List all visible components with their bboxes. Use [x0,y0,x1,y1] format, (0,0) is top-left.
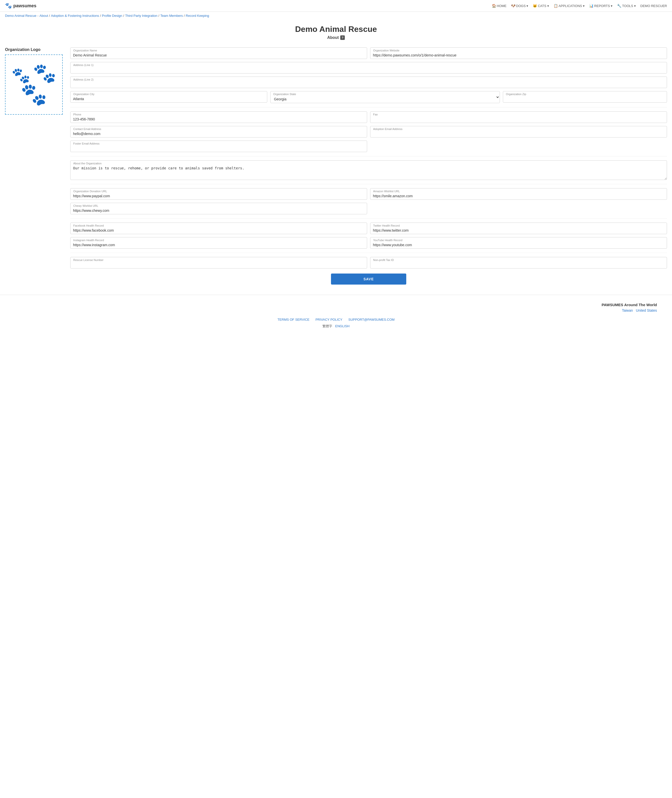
input-fax[interactable] [370,112,667,123]
field-org-website: Organization Website [370,48,667,59]
reports-icon: 📊 [589,4,594,8]
breadcrumb-demo-rescue[interactable]: Demo Animal Rescue [5,14,37,18]
applications-icon: 📋 [554,4,558,8]
field-address1: Address (Line 1) [70,62,667,74]
input-foster-email[interactable] [70,141,367,152]
nav-tools[interactable]: 🔧 TOOLS ▾ [617,4,635,8]
page-subtitle: About [327,35,339,40]
form-section: Organization Name Organization Website A… [70,48,667,289]
dog-icon: 🐶 [511,4,515,8]
field-license: Rescue License Number [70,257,367,269]
input-org-zip[interactable] [503,91,667,102]
breadcrumb-team[interactable]: Team Members [160,14,183,18]
page-header: Demo Animal Rescue About ? [0,19,672,42]
field-org-city: Organization City [70,91,267,103]
breadcrumb-about[interactable]: About [39,14,48,18]
page-title: Demo Animal Rescue [0,25,672,34]
footer-link-taiwan[interactable]: Taiwan [622,309,633,312]
breadcrumb-sep-1: / [49,14,50,18]
field-org-state: Organization State Georgia Alabama Flori… [270,91,500,103]
row-instagram-youtube: Instagram Health Record YouTube Health R… [70,237,667,249]
field-amazon-wishlist: Amazon Wishlist URL [370,188,667,200]
input-org-city[interactable] [70,91,267,102]
nav-applications-link[interactable]: APPLICATIONS ▾ [558,4,585,8]
footer-links: TERMS OF SERVICE PRIVACY POLICY SUPPORT@… [5,317,667,321]
input-phone[interactable] [70,112,367,123]
divider-1 [70,107,667,107]
nav-applications[interactable]: 📋 APPLICATIONS ▾ [554,4,585,8]
row-address1: Address (Line 1) [70,62,667,74]
nav-cats-link[interactable]: CATS ▾ [538,4,549,8]
brand[interactable]: 🐾 pawsumes [5,3,37,9]
breadcrumb-sep-4: / [158,14,159,18]
footer-support[interactable]: SUPPORT@PAWSUMES.COM [348,318,394,321]
row-phone-fax: Phone Fax [70,112,667,123]
nav-reports[interactable]: 📊 REPORTS ▾ [589,4,613,8]
help-icon[interactable]: ? [340,35,345,40]
nav-home[interactable]: 🏠 HOME [492,4,507,8]
row-fb-twitter: Facebook Health Record Twitter Health Re… [70,222,667,234]
breadcrumb-adoption[interactable]: Adoption & Fostering Instructions [51,14,99,18]
input-instagram[interactable] [70,237,367,249]
input-address1[interactable] [70,62,667,74]
footer-privacy[interactable]: PRIVACY POLICY [315,318,342,321]
field-contact-email: Contact Email Address [70,126,367,138]
input-taxid[interactable] [370,257,667,269]
footer-world-title: PAWSUMES Around The World [5,303,657,307]
row-org-name-website: Organization Name Organization Website [70,48,667,59]
nav-reports-link[interactable]: REPORTS ▾ [594,4,613,8]
logo-section: Organization Logo 🐾 🐾 🐾 [5,48,65,289]
input-chewy-wishlist[interactable] [70,203,367,214]
nav-user-link[interactable]: DEMO RESCUER [640,4,667,8]
row-about: About the Organization Our mission is to… [70,160,667,180]
divider-4 [70,218,667,219]
save-button[interactable]: SAVE [331,273,406,285]
save-button-row: SAVE [70,273,667,285]
nav-links: 🏠 HOME 🐶 DOGS ▾ 🐱 CATS ▾ 📋 APPLICATIONS … [492,4,667,8]
divider-3 [70,184,667,184]
input-license[interactable] [70,257,367,269]
footer-lang-zh[interactable]: 繁體字 [322,324,332,328]
breadcrumb-sep-2: / [100,14,101,18]
logo-label: Organization Logo [5,48,65,52]
nav-dogs-link[interactable]: DOGS ▾ [516,4,528,8]
textarea-about[interactable]: Our mission is to rescue, rehome, or pro… [70,160,667,180]
row-chewy: Chewy Wishlist URL [70,203,667,214]
input-amazon-wishlist[interactable] [370,188,667,200]
input-donation-url[interactable] [70,188,367,200]
logo-upload-box[interactable]: 🐾 🐾 🐾 [5,54,63,115]
nav-tools-link[interactable]: TOOLS ▾ [622,4,635,8]
breadcrumb-records[interactable]: Record Keeping [186,14,209,18]
row-email-adoption: Contact Email Address Adoption Email Add… [70,126,667,138]
page-subtitle-row: About ? [0,35,672,40]
footer-tos[interactable]: TERMS OF SERVICE [278,318,310,321]
breadcrumb-third-party[interactable]: Third Party Integration [125,14,158,18]
input-contact-email[interactable] [70,126,367,138]
input-twitter[interactable] [370,222,667,234]
paw-icon-3: 🐾 [21,82,47,106]
field-address2: Address (Line 2) [70,77,667,88]
input-youtube[interactable] [370,237,667,249]
footer-lang-en[interactable]: ENGLISH [335,324,350,328]
row-address2: Address (Line 2) [70,77,667,88]
nav-home-link[interactable]: HOME [497,4,507,8]
input-org-website[interactable] [370,48,667,59]
select-org-state[interactable]: Georgia Alabama Florida California New Y… [270,91,500,103]
footer-world-links: Taiwan United States [5,309,657,312]
row-license-taxid: Rescue License Number Non-profit Tax ID [70,257,667,269]
breadcrumb-profile[interactable]: Profile Design [102,14,122,18]
field-chewy-wishlist: Chewy Wishlist URL [70,203,367,214]
nav-dogs[interactable]: 🐶 DOGS ▾ [511,4,528,8]
field-donation-url: Organization Donation URL [70,188,367,200]
input-adoption-email[interactable] [370,126,667,138]
footer-link-us[interactable]: United States [636,309,657,312]
cat-icon: 🐱 [533,4,537,8]
field-instagram: Instagram Health Record [70,237,367,249]
nav-cats[interactable]: 🐱 CATS ▾ [533,4,549,8]
field-fax: Fax [370,112,667,123]
brand-logo-icon: 🐾 [5,3,12,9]
input-address2[interactable] [70,77,667,88]
input-facebook[interactable] [70,222,367,234]
input-org-name[interactable] [70,48,367,59]
field-twitter: Twitter Health Record [370,222,667,234]
